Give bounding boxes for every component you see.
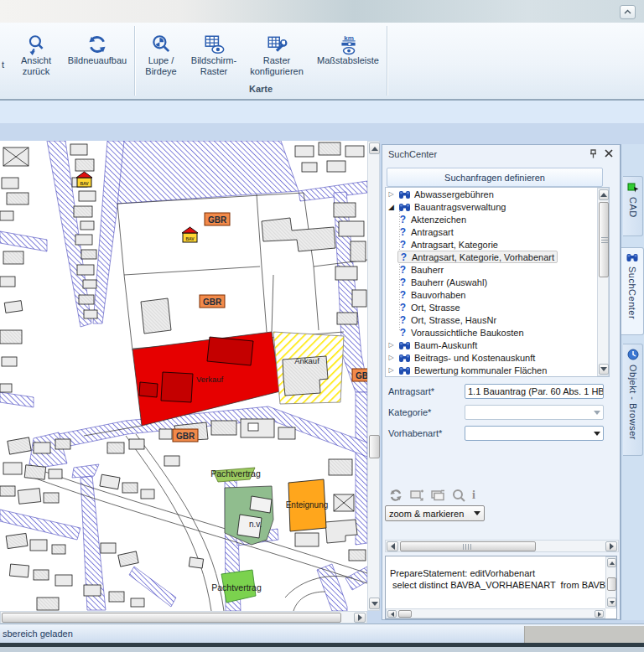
svg-text:BAV: BAV <box>80 181 89 186</box>
ansicht-zurueck-button[interactable]: Ansichtzurück <box>12 27 60 82</box>
tree-item-aktenzeichen[interactable]: ? Aktenzeichen <box>386 213 609 225</box>
ankauf-parcel[interactable]: Ankauf <box>273 332 344 404</box>
pachtvertrag-parcel-bottom[interactable]: Pachtvertrag <box>211 570 262 603</box>
close-icon[interactable] <box>605 149 613 159</box>
antragsart-combobox[interactable]: 1.1 Bauantrag (Par. 60 Abs. 1 HB <box>465 384 604 399</box>
bildschirm-raster-button[interactable]: Bildschirm-Raster <box>186 27 242 82</box>
house-marker-icon: BAV <box>76 172 92 187</box>
scrollbar-thumb[interactable] <box>607 577 616 591</box>
console-vertical-scrollbar[interactable] <box>605 556 616 608</box>
console-horizontal-scrollbar[interactable] <box>386 608 605 618</box>
tab-objekt-browser[interactable]: Objekt - Browser <box>623 344 643 456</box>
binoculars-icon <box>397 340 412 350</box>
ribbon-collapse-button[interactable] <box>620 5 636 19</box>
scrollbar-thumb[interactable] <box>400 541 536 551</box>
scroll-left-button[interactable] <box>387 541 398 551</box>
scrollbar-thumb[interactable] <box>398 610 412 618</box>
magnifier-birdeye-icon <box>150 27 172 55</box>
expand-icon[interactable]: ▷ <box>386 366 397 374</box>
scroll-up-button[interactable] <box>607 558 616 567</box>
tree-item-bewertung-kommunaler-flaechen[interactable]: ▷ Bewertung kommunaler Flächen <box>386 364 609 376</box>
tree-item-antragsart-kategorie[interactable]: ? Antragsart, Kategorie <box>386 238 609 251</box>
panel-title: SuchCenter <box>388 149 437 159</box>
lupe-birdeye-button[interactable]: Lupe /Birdeye <box>139 27 183 82</box>
scrollbar-thumb[interactable] <box>369 435 380 458</box>
svg-text:GBR: GBR <box>176 432 195 441</box>
expand-icon[interactable]: ▷ <box>386 354 397 361</box>
expand-icon[interactable]: ▷ <box>386 190 397 198</box>
scrollbar-thumb[interactable] <box>2 613 341 623</box>
tree-item-voraussichtliche-baukosten[interactable]: ? Voraussichtliche Baukosten <box>386 326 609 339</box>
scroll-right-button[interactable] <box>605 541 617 551</box>
collapse-icon[interactable]: ◢ <box>386 203 397 211</box>
query-icon: ? <box>397 314 408 326</box>
scroll-down-button[interactable] <box>599 364 609 375</box>
query-icon: ? <box>397 214 408 225</box>
nv-label: n.v. <box>249 520 262 529</box>
gbr-badge: GBR <box>200 295 225 308</box>
svg-text:GBR: GBR <box>203 298 222 307</box>
tree-item-bauherr[interactable]: ? Bauherr <box>386 263 609 276</box>
view-back-icon <box>25 27 47 55</box>
scroll-up-button[interactable] <box>599 189 609 200</box>
query-icon: ? <box>397 264 408 276</box>
vorhabenart-combobox[interactable] <box>465 426 604 441</box>
ribbon-group-label: Karte <box>135 84 387 94</box>
refresh-results-icon[interactable] <box>388 489 403 502</box>
map-canvas[interactable]: Verkauf Ankauf n.v. Pachtvertrag <box>0 141 367 611</box>
nv-parcel[interactable]: n.v. <box>225 486 273 545</box>
status-section-panel <box>524 626 644 644</box>
cad-icon <box>627 181 639 193</box>
scrollbar-thumb[interactable] <box>599 202 609 277</box>
scroll-down-button[interactable] <box>369 598 380 609</box>
query-icon: ? <box>397 289 408 301</box>
info-icon[interactable]: i <box>472 489 475 502</box>
suchanfragen-definieren-button[interactable]: Suchanfragen definieren <box>387 168 603 187</box>
gbr-badge: GBR <box>173 429 198 442</box>
scroll-right-button[interactable] <box>354 613 366 623</box>
taskbar-edge <box>0 647 644 652</box>
enteignung-parcel[interactable]: Enteignung <box>286 479 329 531</box>
tree-item-ort-strasse-hausnr[interactable]: ? Ort, Strasse, HausNr <box>386 313 609 326</box>
massstabsleiste-button[interactable]: km Maßstabsleiste <box>312 27 384 82</box>
map-action-combobox[interactable]: zoom & markieren <box>385 505 485 521</box>
pin-icon[interactable] <box>589 149 598 161</box>
tree-scrollbar[interactable] <box>597 188 609 376</box>
expand-icon[interactable]: ▷ <box>386 341 397 349</box>
chevron-down-icon[interactable] <box>470 511 484 515</box>
kategorie-combobox[interactable] <box>465 405 604 420</box>
chevron-down-icon[interactable] <box>590 427 603 440</box>
grid-wrench-icon <box>266 27 288 55</box>
zoom-to-result-icon[interactable] <box>451 489 466 502</box>
scroll-right-button[interactable] <box>595 610 604 618</box>
bildneuaufbau-button[interactable]: Bildneuaufbau <box>62 27 132 82</box>
tree-item-antragsart[interactable]: ? Antragsart <box>386 225 609 238</box>
tab-cad[interactable]: CAD <box>623 176 643 236</box>
scroll-left-button[interactable] <box>387 610 397 618</box>
tab-suchcenter[interactable]: SuchCenter <box>621 247 644 335</box>
chevron-up-icon <box>624 9 631 15</box>
add-to-view-icon[interactable] <box>409 489 424 502</box>
svg-text:GBR: GBR <box>208 215 227 225</box>
scale-bar-icon: km <box>337 27 359 55</box>
pachtvertrag-parcel-top[interactable]: Pachtvertrag <box>210 468 261 482</box>
tree-item-ort-strasse[interactable]: ? Ort, Strasse <box>386 301 609 313</box>
application-window: t Ansichtzurück <box>0 0 644 652</box>
tree-item-antragsart-kategorie-vorhabenart[interactable]: ? Antragsart, Kategorie, Vorhabenart <box>386 251 609 263</box>
map-vertical-scrollbar[interactable] <box>367 141 380 611</box>
map-horizontal-scrollbar[interactable] <box>0 611 367 624</box>
tree-item-beitrags-und-kostenauskunft[interactable]: ▷ Beitrags- und Kostenauskunft <box>386 351 609 364</box>
scroll-up-button[interactable] <box>369 142 380 154</box>
sql-console[interactable]: PrepareStatement: editVorhabenart select… <box>385 556 617 619</box>
panel-horizontal-scrollbar[interactable] <box>385 540 619 552</box>
raster-konfigurieren-button[interactable]: Rasterkonfigurieren <box>245 27 309 82</box>
tree-item-bauherr-auswahl[interactable]: ? Bauherr (Auswahl) <box>386 276 609 288</box>
tree-item-bauvorhaben[interactable]: ? Bauvorhaben <box>386 288 609 301</box>
tree-item-baum-auskunft[interactable]: ▷ Baum-Auskunft <box>386 339 609 351</box>
remove-from-view-icon[interactable] <box>430 489 445 502</box>
pachtvertrag-label-bottom: Pachtvertrag <box>211 582 262 592</box>
status-message: sbereich geladen <box>3 629 73 639</box>
tree-item-abwassergebuehren[interactable]: ▷ Abwassergebühren <box>386 188 609 200</box>
scroll-down-button[interactable] <box>607 598 616 607</box>
tree-item-bauantragsverwaltung[interactable]: ◢ Bauantragsverwaltung <box>386 200 609 213</box>
